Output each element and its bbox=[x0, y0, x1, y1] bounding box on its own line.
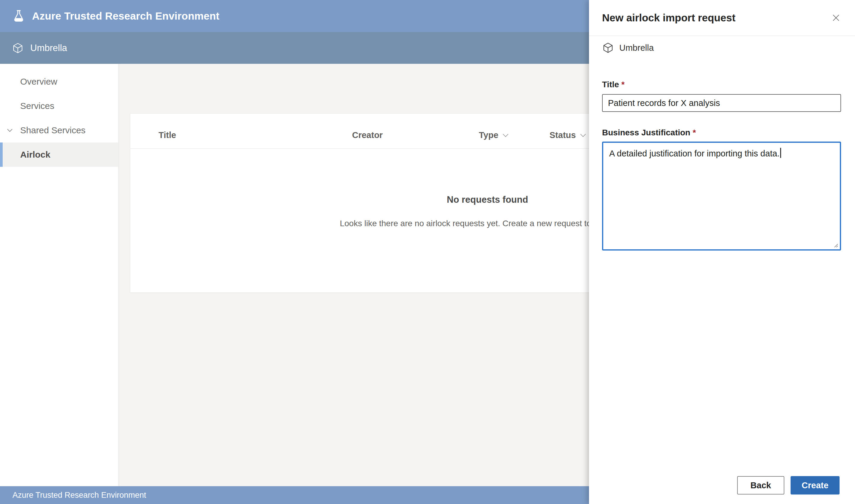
column-label: Title bbox=[159, 130, 176, 140]
chevron-down-icon bbox=[501, 131, 510, 140]
app-window: Azure Trusted Research Environment Umbre… bbox=[0, 0, 855, 504]
column-header-type[interactable]: Type bbox=[479, 130, 550, 140]
title-field-label: Title* bbox=[602, 79, 841, 90]
cube-icon bbox=[602, 42, 614, 54]
column-label: Creator bbox=[352, 130, 383, 140]
sidebar-item-shared-services[interactable]: Shared Services bbox=[0, 118, 118, 143]
column-label: Status bbox=[550, 130, 576, 140]
create-button[interactable]: Create bbox=[790, 476, 840, 494]
required-marker: * bbox=[621, 80, 625, 89]
field-label-text: Title bbox=[602, 80, 619, 89]
app-title: Azure Trusted Research Environment bbox=[32, 10, 219, 22]
chevron-down-icon bbox=[6, 126, 14, 134]
sidebar-item-label: Services bbox=[20, 101, 54, 111]
panel-title: New airlock import request bbox=[602, 12, 829, 24]
sidebar-item-label: Overview bbox=[20, 76, 57, 87]
workspace-name: Umbrella bbox=[30, 43, 67, 53]
sidebar-item-label: Airlock bbox=[20, 149, 51, 160]
sidebar-item-services[interactable]: Services bbox=[0, 94, 118, 118]
sidebar-item-label: Shared Services bbox=[20, 125, 86, 136]
column-label: Type bbox=[479, 130, 498, 140]
justification-field-label: Business Justification* bbox=[602, 127, 841, 138]
panel-body: Umbrella Title* Business Justification* … bbox=[589, 42, 855, 251]
chevron-down-icon bbox=[579, 131, 587, 140]
panel-workspace-row: Umbrella bbox=[602, 42, 841, 54]
close-icon bbox=[832, 13, 840, 22]
footer-app-title: Azure Trusted Research Environment bbox=[13, 491, 146, 500]
required-marker: * bbox=[693, 128, 696, 137]
column-header-creator[interactable]: Creator bbox=[352, 130, 479, 140]
sidebar-item-airlock[interactable]: Airlock bbox=[0, 143, 118, 167]
text-caret bbox=[780, 148, 781, 158]
panel-header: New airlock import request bbox=[589, 0, 855, 36]
sidebar-item-overview[interactable]: Overview bbox=[0, 70, 118, 94]
title-input[interactable] bbox=[602, 94, 841, 112]
flask-icon bbox=[12, 9, 25, 23]
panel-workspace-name: Umbrella bbox=[619, 43, 654, 53]
cube-icon bbox=[12, 42, 24, 54]
justification-textarea[interactable]: A detailed justification for importing t… bbox=[602, 142, 841, 251]
justification-text: A detailed justification for importing t… bbox=[609, 149, 780, 158]
close-panel-button[interactable] bbox=[829, 11, 843, 25]
panel-footer: Back Create bbox=[737, 476, 840, 494]
back-button[interactable]: Back bbox=[737, 476, 784, 494]
resize-handle[interactable] bbox=[832, 241, 839, 249]
field-label-text: Business Justification bbox=[602, 128, 690, 137]
new-airlock-request-panel: New airlock import request Umbrella bbox=[589, 0, 855, 504]
column-header-title[interactable]: Title bbox=[159, 130, 352, 140]
sidebar: Overview Services Shared Services Airloc… bbox=[0, 64, 118, 486]
